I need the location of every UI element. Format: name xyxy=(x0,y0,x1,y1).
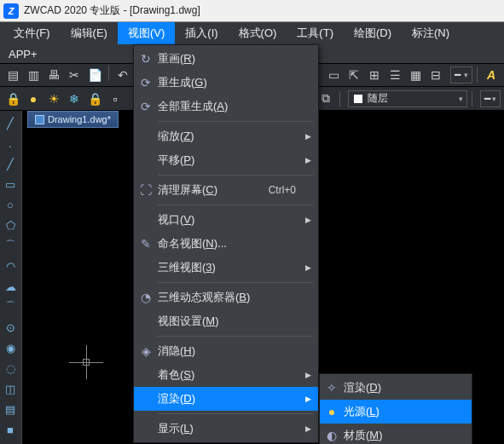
toolbar-button[interactable]: ↶ xyxy=(113,66,132,84)
menu-item-label: 光源(L) xyxy=(344,404,472,419)
draw-tool-button[interactable]: ╱ xyxy=(0,153,20,174)
draw-tool-button[interactable]: ⊙ xyxy=(0,317,20,337)
layer-lock2-icon[interactable]: 🔒 xyxy=(85,89,104,108)
menu-item[interactable]: ⟳全部重生成(A) xyxy=(134,95,318,118)
menu-item-label: 着色(S) xyxy=(158,367,318,383)
menu-item-icon: ⛶ xyxy=(134,183,158,197)
menu-item-icon: ◐ xyxy=(320,429,344,442)
menu-draw[interactable]: 绘图(D) xyxy=(344,22,402,44)
menu-item-label: 消隐(H) xyxy=(158,343,318,359)
menu-app-plus[interactable]: APP+ xyxy=(9,44,48,64)
menu-item-label: 缩放(Z) xyxy=(158,129,318,144)
draw-tool-button[interactable]: ◠ xyxy=(0,256,20,276)
menu-item[interactable]: 着色(S)▶ xyxy=(134,363,318,387)
menu-item-icon: ⟳ xyxy=(134,76,158,89)
text-style-button[interactable]: A xyxy=(482,66,501,84)
menu-item-label: 重画(R) xyxy=(158,51,318,66)
menu-separator xyxy=(158,336,313,337)
layer-manager-icon[interactable]: ⧉ xyxy=(316,89,335,108)
draw-tool-button[interactable]: ■ xyxy=(0,419,20,440)
menu-item-label: 命名视图(N)... xyxy=(158,236,318,251)
toolbar-button[interactable]: ⇱ xyxy=(345,66,363,84)
menu-item[interactable]: ✧渲染(D) xyxy=(320,376,472,400)
draw-toolbar: ╱.╱▭○⬠⌒◠☁⌒⊙◉◌◫▤■ xyxy=(0,111,22,444)
bylayer-combo[interactable]: 随层 xyxy=(348,90,467,107)
menu-shortcut: Ctrl+0 xyxy=(269,184,296,196)
menu-item[interactable]: ↻重画(R) xyxy=(134,47,318,71)
menu-separator xyxy=(158,413,313,414)
linetype-swatch[interactable]: ━ xyxy=(450,66,472,84)
menu-separator xyxy=(158,121,313,122)
menu-item-icon: ● xyxy=(320,405,344,418)
lineweight-combo[interactable]: ━ xyxy=(480,90,501,107)
draw-tool-button[interactable]: ▭ xyxy=(0,174,20,194)
draw-tool-button[interactable]: ◌ xyxy=(0,358,20,378)
menu-item-icon: ↻ xyxy=(134,52,158,66)
menu-item[interactable]: ●光源(L) xyxy=(320,400,472,424)
draw-tool-button[interactable]: ☁ xyxy=(0,276,20,297)
menu-item[interactable]: 视图设置(M) xyxy=(134,309,318,333)
separator xyxy=(339,91,340,107)
menu-item[interactable]: 三维视图(3)▶ xyxy=(134,256,318,280)
menu-item[interactable]: 显示(L)▶ xyxy=(134,417,318,441)
draw-tool-button[interactable]: ╱ xyxy=(0,112,20,133)
toolbar-button[interactable]: ▦ xyxy=(406,66,425,84)
menu-item[interactable]: ◈消隐(H) xyxy=(134,339,318,363)
menu-separator xyxy=(158,175,313,176)
view-dropdown-menu: ↻重画(R)⟳重生成(G)⟳全部重生成(A)缩放(Z)▶平移(P)▶⛶清理屏幕(… xyxy=(133,44,319,443)
menu-item[interactable]: ⛶清理屏幕(C)Ctrl+0 xyxy=(134,178,318,202)
layer-sun-icon[interactable]: ☀ xyxy=(44,89,63,108)
menu-item[interactable]: ⟳重生成(G) xyxy=(134,71,318,95)
render-submenu: ✧渲染(D)●光源(L)◐材质(M) xyxy=(319,373,472,444)
draw-tool-button[interactable]: ◉ xyxy=(0,337,20,358)
menu-item[interactable]: ◐材质(M) xyxy=(320,424,472,444)
menu-item-label: 渲染(D) xyxy=(344,380,472,395)
document-icon xyxy=(35,115,44,124)
submenu-arrow-icon: ▶ xyxy=(305,371,311,379)
document-tab[interactable]: Drawing1.dwg* xyxy=(27,111,119,128)
menu-item-icon: ⟳ xyxy=(134,100,158,113)
menu-item[interactable]: 缩放(Z)▶ xyxy=(134,124,318,148)
toolbar-button[interactable]: 📄 xyxy=(85,66,104,84)
submenu-arrow-icon: ▶ xyxy=(305,216,311,224)
menu-format[interactable]: 格式(O) xyxy=(229,22,287,44)
menu-view[interactable]: 视图(V) xyxy=(118,22,175,44)
menu-item[interactable]: ◔三维动态观察器(B) xyxy=(134,285,318,309)
menu-edit[interactable]: 编辑(E) xyxy=(61,22,118,44)
menu-item[interactable]: 渲染(D)▶ xyxy=(134,387,318,411)
layer-freeze-icon[interactable]: ❄ xyxy=(65,89,84,108)
layer-color-swatch[interactable]: ▫ xyxy=(106,89,125,108)
bylayer-label: 随层 xyxy=(368,91,388,106)
menu-item-label: 视口(V) xyxy=(158,212,318,228)
menu-item-label: 三维视图(3) xyxy=(158,260,318,275)
menu-bar: 文件(F) 编辑(E) 视图(V) 插入(I) 格式(O) 工具(T) 绘图(D… xyxy=(0,22,504,44)
menu-item-label: 三维动态观察器(B) xyxy=(158,290,318,305)
draw-tool-button[interactable]: ⬠ xyxy=(0,215,20,235)
menu-insert[interactable]: 插入(I) xyxy=(175,22,228,44)
menu-item[interactable]: ✎命名视图(N)... xyxy=(134,232,318,256)
draw-tool-button[interactable]: ◫ xyxy=(0,378,20,399)
draw-tool-button[interactable]: ▤ xyxy=(0,399,20,419)
toolbar-button[interactable]: ▤ xyxy=(3,66,22,84)
menu-item-icon: ◔ xyxy=(134,291,158,304)
layer-bulb-icon[interactable]: ● xyxy=(24,89,43,108)
toolbar-button[interactable]: ⊞ xyxy=(365,66,384,84)
toolbar-button[interactable]: 🖶 xyxy=(44,66,63,84)
toolbar-button[interactable]: ✂ xyxy=(65,66,84,84)
draw-tool-button[interactable]: . xyxy=(0,133,20,153)
layer-lock-icon[interactable]: 🔒 xyxy=(3,89,22,108)
toolbar-button[interactable]: ☰ xyxy=(385,66,404,84)
toolbar-button[interactable]: ▭ xyxy=(324,66,343,84)
draw-tool-button[interactable]: ⌒ xyxy=(0,235,20,256)
draw-tool-button[interactable]: ○ xyxy=(0,194,20,215)
crosshair-cursor xyxy=(69,345,103,379)
toolbar-button[interactable]: ▥ xyxy=(24,66,43,84)
menu-dim[interactable]: 标注(N) xyxy=(402,22,460,44)
menu-item[interactable]: 平移(P)▶ xyxy=(134,148,318,172)
toolbar-button[interactable]: ⊟ xyxy=(426,66,445,84)
draw-tool-button[interactable]: ⌒ xyxy=(0,297,20,317)
menu-item-label: 重生成(G) xyxy=(158,75,318,90)
menu-tools[interactable]: 工具(T) xyxy=(287,22,344,44)
menu-file[interactable]: 文件(F) xyxy=(3,22,61,44)
menu-item[interactable]: 视口(V)▶ xyxy=(134,208,318,232)
